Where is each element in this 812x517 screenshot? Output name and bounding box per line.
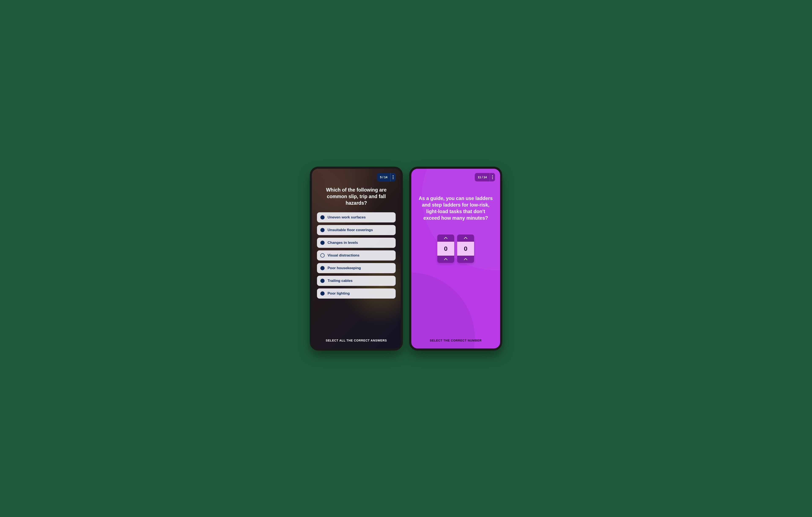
- stepper-up-button[interactable]: [437, 234, 454, 242]
- options-list: Uneven work surfaces Unsuitable floor co…: [317, 212, 396, 298]
- instruction-text: SELECT THE CORRECT NUMBER: [416, 339, 495, 343]
- option-item[interactable]: Uneven work surfaces: [317, 212, 396, 223]
- question-text: As a guide, you can use ladders and step…: [416, 195, 495, 221]
- option-item[interactable]: Changes in levels: [317, 238, 396, 248]
- chevron-up-icon: [464, 258, 467, 260]
- digit-value: 0: [437, 242, 454, 256]
- number-stepper-group: 0 0: [416, 234, 495, 263]
- topbar: 11 / 14: [416, 173, 495, 181]
- option-item[interactable]: Unsuitable floor coverings: [317, 225, 396, 235]
- option-label: Poor lighting: [327, 291, 350, 296]
- more-vertical-icon: [492, 175, 493, 179]
- digit-value: 0: [457, 242, 474, 256]
- option-label: Changes in levels: [327, 241, 358, 245]
- phone-quiz-number: 11 / 14 As a guide, you can use ladders …: [409, 167, 502, 351]
- option-item[interactable]: Trailing cables: [317, 276, 396, 286]
- stepper-up-button[interactable]: [457, 234, 474, 242]
- stepper-down-button[interactable]: [437, 256, 454, 263]
- option-label: Trailing cables: [327, 279, 352, 283]
- radio-selected-icon: [320, 228, 325, 232]
- radio-selected-icon: [320, 279, 325, 283]
- progress-count: 11 / 14: [475, 173, 490, 181]
- question-text: Which of the following are common slip, …: [317, 187, 396, 206]
- menu-button[interactable]: [390, 173, 396, 181]
- option-item[interactable]: Poor housekeeping: [317, 263, 396, 273]
- phone-quiz-multichoice: 5 / 14 Which of the following are common…: [310, 167, 403, 351]
- chevron-up-icon: [464, 237, 467, 239]
- instruction-text: SELECT ALL THE CORRECT ANSWERS: [317, 339, 396, 343]
- option-label: Uneven work surfaces: [327, 215, 366, 220]
- radio-selected-icon: [320, 241, 325, 245]
- progress-indicator: 11 / 14: [475, 173, 495, 181]
- option-label: Unsuitable floor coverings: [327, 228, 373, 232]
- radio-selected-icon: [320, 291, 325, 296]
- option-item[interactable]: Visual distractions: [317, 250, 396, 260]
- more-vertical-icon: [393, 175, 394, 179]
- chevron-up-icon: [444, 258, 447, 260]
- radio-selected-icon: [320, 215, 325, 220]
- menu-button[interactable]: [490, 173, 495, 181]
- progress-indicator: 5 / 14: [377, 173, 396, 181]
- digit-stepper: 0: [437, 234, 454, 263]
- digit-stepper: 0: [457, 234, 474, 263]
- chevron-up-icon: [444, 237, 447, 239]
- radio-unselected-icon: [320, 253, 325, 258]
- topbar: 5 / 14: [317, 173, 396, 181]
- progress-count: 5 / 14: [377, 173, 390, 181]
- option-label: Poor housekeeping: [327, 266, 361, 270]
- option-label: Visual distractions: [327, 253, 359, 258]
- stepper-down-button[interactable]: [457, 256, 474, 263]
- option-item[interactable]: Poor lighting: [317, 288, 396, 298]
- radio-selected-icon: [320, 266, 325, 270]
